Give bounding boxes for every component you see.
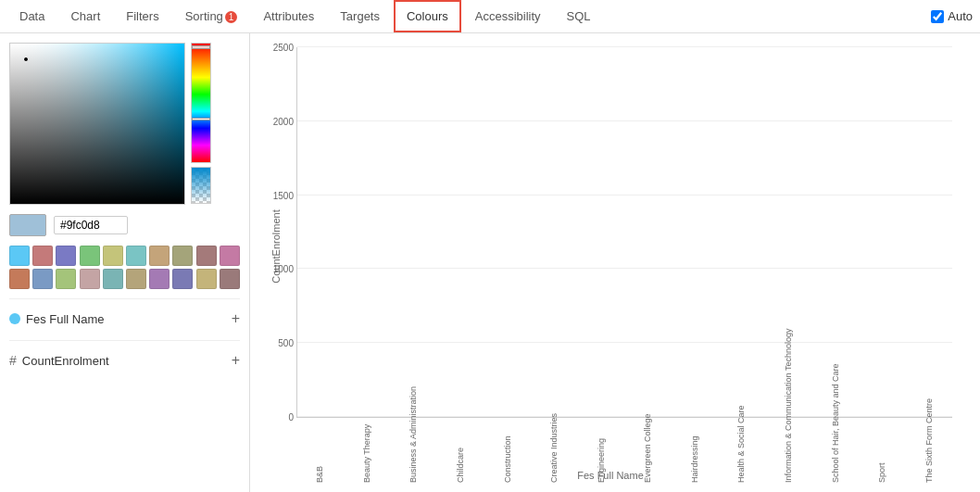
dimension-header[interactable]: Fes Full Name +	[9, 307, 240, 331]
x-label-1: Beauty Therapy	[362, 420, 371, 483]
auto-check: Auto	[931, 9, 973, 23]
color-preview-row	[9, 214, 240, 236]
chart-inner: 25002000150010005000	[296, 47, 952, 418]
tab-badge-sorting: 1	[225, 11, 238, 23]
x-label-group-8: Hairdressing	[672, 420, 719, 483]
y-tick-label: 500	[278, 338, 294, 348]
nav-tab-colours[interactable]: Colours	[394, 0, 461, 32]
dimension-label: Fes Full Name	[26, 312, 105, 326]
x-label-13: The Sixth Form Centre	[924, 420, 934, 483]
nav-tab-targets[interactable]: Targets	[328, 1, 392, 32]
hash-icon: #	[9, 353, 17, 368]
measure-plus-icon[interactable]: +	[232, 352, 240, 369]
palette-color-15[interactable]	[126, 269, 146, 289]
hue-indicator-2	[192, 118, 210, 120]
x-label-3: Childcare	[456, 420, 465, 483]
x-label-group-2: Business & Administration	[390, 420, 437, 483]
bars-container	[297, 47, 952, 417]
dimension-plus-icon[interactable]: +	[232, 310, 240, 327]
x-label-7: Evergreen College	[643, 420, 652, 483]
dimension-title: Fes Full Name	[9, 312, 105, 326]
opacity-slider[interactable]	[191, 167, 211, 204]
palette-color-7[interactable]	[172, 246, 193, 266]
x-label-8: Hairdressing	[690, 420, 699, 483]
x-label-group-10: Information & Communication Technology	[765, 420, 812, 483]
gradient-dark	[10, 44, 184, 204]
x-label-9: Health & Social Care	[736, 420, 746, 483]
y-tick-label: 1500	[273, 190, 294, 200]
dot-icon	[9, 313, 20, 324]
palette-color-10[interactable]	[9, 269, 30, 289]
palette-color-4[interactable]	[103, 246, 123, 266]
auto-label: Auto	[948, 9, 973, 23]
x-label-group-4: Construction	[484, 420, 531, 483]
chart-container: CountEnrolment 25002000150010005000 B&BB…	[259, 43, 961, 483]
color-sliders	[191, 43, 211, 205]
nav-tab-filters[interactable]: Filters	[114, 1, 170, 32]
color-picker-area	[9, 43, 240, 205]
palette-color-2[interactable]	[56, 246, 76, 266]
x-label-4: Construction	[503, 420, 512, 483]
palette-color-8[interactable]	[196, 246, 217, 266]
y-tick-label: 1000	[273, 264, 294, 274]
measure-title: # CountEnrolment	[9, 353, 109, 368]
x-label-group-1: Beauty Therapy	[344, 420, 391, 483]
hue-indicator	[192, 45, 210, 49]
nav-tab-data[interactable]: Data	[7, 1, 57, 32]
x-label-11: School of Hair, Beauty and Care	[831, 420, 840, 483]
chart-area: CountEnrolment 25002000150010005000 B&BB…	[250, 33, 980, 492]
main-content: Fes Full Name + # CountEnrolment + Count…	[0, 33, 980, 492]
palette-color-9[interactable]	[220, 246, 240, 266]
measure-label: CountEnrolment	[22, 354, 109, 368]
x-label-5: Creative Industries	[549, 420, 559, 483]
x-label-group-9: Health & Social Care	[718, 420, 765, 483]
y-tick-label: 2000	[273, 116, 294, 126]
palette-color-19[interactable]	[220, 269, 240, 289]
hue-slider[interactable]	[191, 43, 211, 163]
nav-tab-sorting[interactable]: Sorting1	[173, 1, 250, 32]
x-label-12: Sport	[877, 420, 886, 483]
palette-color-6[interactable]	[149, 246, 170, 266]
palette-color-17[interactable]	[172, 269, 193, 289]
measure-section: # CountEnrolment +	[9, 340, 240, 372]
hex-input[interactable]	[54, 216, 128, 234]
nav-tab-sql[interactable]: SQL	[555, 1, 603, 32]
x-label-10: Information & Communication Technology	[784, 420, 793, 483]
color-gradient[interactable]	[9, 43, 185, 205]
y-tick-label: 2500	[273, 43, 294, 53]
palette-color-18[interactable]	[196, 269, 217, 289]
y-tick-label: 0	[288, 412, 294, 423]
nav-tab-attributes[interactable]: Attributes	[251, 1, 326, 32]
top-nav: DataChartFiltersSorting1AttributesTarget…	[0, 0, 980, 33]
nav-tab-chart[interactable]: Chart	[58, 1, 112, 32]
x-label-group-12: Sport	[859, 420, 906, 483]
palette-color-16[interactable]	[149, 269, 170, 289]
palette-color-12[interactable]	[56, 269, 76, 289]
nav-tab-accessibility[interactable]: Accessibility	[463, 1, 553, 32]
x-label-group-5: Creative Industries	[531, 420, 578, 483]
palette-color-13[interactable]	[80, 269, 100, 289]
picker-dot	[23, 57, 29, 62]
x-axis-title: Fes Full Name	[577, 470, 644, 481]
palette-color-14[interactable]	[103, 269, 123, 289]
left-panel: Fes Full Name + # CountEnrolment +	[0, 33, 250, 492]
palette-color-11[interactable]	[32, 269, 53, 289]
x-label-group-3: Childcare	[437, 420, 484, 483]
palette-color-3[interactable]	[80, 246, 100, 266]
auto-checkbox[interactable]	[931, 10, 944, 23]
x-label-group-11: School of Hair, Beauty and Care	[811, 420, 859, 483]
palette-color-0[interactable]	[9, 246, 30, 266]
palette-grid	[9, 246, 240, 289]
gradient-inner	[10, 44, 184, 204]
measure-header[interactable]: # CountEnrolment +	[9, 348, 240, 372]
x-label-2: Business & Administration	[408, 420, 418, 483]
palette-color-1[interactable]	[32, 246, 53, 266]
x-label-group-13: The Sixth Form Centre	[906, 420, 953, 483]
x-label-0: B&B	[315, 420, 324, 483]
x-label-group-0: B&B	[296, 420, 344, 483]
color-swatch[interactable]	[9, 214, 46, 236]
palette-color-5[interactable]	[126, 246, 146, 266]
dimension-section: Fes Full Name +	[9, 298, 240, 331]
